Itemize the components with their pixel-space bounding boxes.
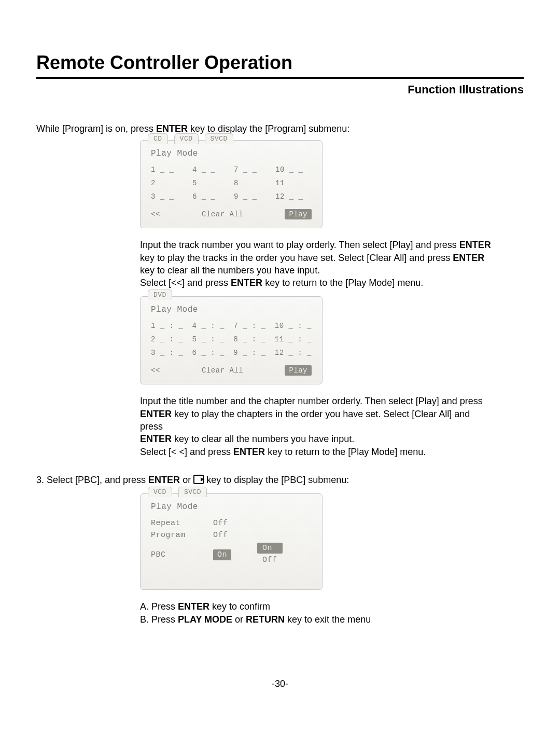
- text: Input the track number you want to play …: [140, 240, 459, 250]
- slot[interactable]: 5 _ _: [192, 179, 229, 187]
- text: A. Press: [140, 601, 178, 612]
- option-off[interactable]: Off: [257, 555, 283, 566]
- slot[interactable]: 8 _ _: [234, 179, 270, 187]
- title-rule: [36, 77, 524, 79]
- enter-key: ENTER: [148, 475, 180, 485]
- tab-dvd[interactable]: DVD: [148, 289, 172, 300]
- row-label: Program: [151, 531, 198, 540]
- tab-cd[interactable]: CD: [148, 133, 168, 144]
- slot[interactable]: 4 _ _: [192, 165, 229, 174]
- row-label: Repeat: [151, 519, 198, 528]
- text: 3. Select [PBC], and press: [36, 475, 148, 485]
- screen-title: Play Mode: [151, 305, 312, 314]
- tail-steps: A. Press ENTER key to confirm B. Press P…: [140, 600, 493, 626]
- slot[interactable]: 2 _ : _: [151, 335, 187, 343]
- text: key to confirm: [209, 601, 270, 612]
- enter-key: ENTER: [140, 434, 172, 444]
- slot[interactable]: 5 _ : _: [192, 335, 229, 343]
- slot[interactable]: 11 _ _: [275, 179, 312, 187]
- row-value[interactable]: Off: [213, 531, 228, 540]
- clear-all-button[interactable]: Clear All: [202, 366, 243, 375]
- slot[interactable]: 1 _ : _: [151, 322, 187, 330]
- row-label: PBC: [151, 550, 198, 559]
- slot[interactable]: 2 _ _: [151, 179, 187, 187]
- slot[interactable]: 1 _ _: [151, 165, 187, 174]
- text: key to return to the [Play Mode] menu.: [265, 447, 426, 457]
- enter-key: ENTER: [178, 601, 209, 612]
- text: key to exit the menu: [285, 614, 371, 625]
- tab-vcd[interactable]: VCD: [148, 487, 172, 497]
- enter-key: ENTER: [140, 409, 172, 419]
- intro-text: While [Program] is on, press ENTER key t…: [36, 122, 524, 135]
- slot[interactable]: 8 _ : _: [233, 335, 270, 343]
- program-submenu-cd: CD VCD SVCD Play Mode 1 _ _ 4 _ _ 7 _ _ …: [140, 140, 323, 228]
- enter-key: ENTER: [156, 123, 188, 134]
- step-3: 3. Select [PBC], and press ENTER or key …: [36, 474, 524, 486]
- slot[interactable]: 7 _ : _: [233, 322, 270, 330]
- tab-svcd[interactable]: SVCD: [178, 487, 207, 497]
- screen-title: Play Mode: [151, 149, 312, 158]
- play-mode-key: PLAY MODE: [178, 614, 232, 625]
- pbc-submenu: VCD SVCD Play Mode RepeatOff ProgramOff …: [140, 493, 323, 590]
- section-subtitle: Function Illustrations: [36, 83, 524, 96]
- slot[interactable]: 3 _ _: [151, 192, 187, 201]
- play-button[interactable]: Play: [285, 209, 312, 219]
- slot[interactable]: 12 _ _: [275, 192, 312, 201]
- program-submenu-dvd: DVD Play Mode 1 _ : _ 4 _ : _ 7 _ : _ 10…: [140, 296, 323, 384]
- text: Input the title number and the chapter n…: [140, 396, 483, 406]
- page-number: -30-: [0, 679, 560, 689]
- clear-all-button[interactable]: Clear All: [202, 210, 243, 218]
- slot[interactable]: 9 _ : _: [233, 349, 270, 357]
- slot[interactable]: 6 _ _: [192, 192, 229, 201]
- slot[interactable]: 11 _ : _: [275, 335, 312, 343]
- return-key: RETURN: [246, 614, 285, 625]
- play-button[interactable]: Play: [285, 365, 312, 376]
- slot[interactable]: 10 _ : _: [275, 322, 312, 330]
- text: key to play the chapters in the order yo…: [140, 409, 470, 432]
- tab-vcd[interactable]: VCD: [174, 133, 199, 144]
- screen-title: Play Mode: [151, 502, 312, 512]
- row-value[interactable]: Off: [213, 519, 228, 528]
- text: key to display the [PBC] submenu:: [204, 475, 349, 485]
- slot[interactable]: 12 _ : _: [275, 349, 312, 357]
- right-arrow-icon: [193, 475, 204, 484]
- back-button[interactable]: <<: [151, 366, 160, 375]
- slot[interactable]: 10 _ _: [275, 165, 312, 174]
- row-value-selected[interactable]: On: [213, 549, 231, 560]
- text: key to play the tracks in the order you …: [140, 253, 453, 263]
- text: Select [<<] and press: [140, 278, 231, 288]
- text: Select [< <] and press: [140, 447, 233, 457]
- back-button[interactable]: <<: [151, 210, 160, 218]
- enter-key: ENTER: [231, 278, 262, 288]
- text: B. Press: [140, 614, 178, 625]
- text: key to clear all the numbers you have in…: [172, 434, 354, 444]
- instruction-para-2: Input the title number and the chapter n…: [140, 395, 493, 458]
- pbc-dropdown: On Off: [257, 543, 283, 567]
- option-on[interactable]: On: [257, 543, 283, 554]
- instruction-para-1: Input the track number you want to play …: [140, 239, 493, 289]
- enter-key: ENTER: [233, 447, 265, 457]
- text: key to return to the [Play Mode] menu.: [262, 278, 423, 288]
- slot[interactable]: 7 _ _: [234, 165, 270, 174]
- slot[interactable]: 4 _ : _: [192, 322, 229, 330]
- text: or: [232, 614, 246, 625]
- slot[interactable]: 3 _ : _: [151, 349, 187, 357]
- text: While [Program] is on, press: [36, 123, 156, 134]
- enter-key: ENTER: [459, 240, 491, 250]
- slot[interactable]: 6 _ : _: [192, 349, 229, 357]
- text: or: [180, 475, 193, 485]
- page-title: Remote Controller Operation: [36, 52, 524, 74]
- enter-key: ENTER: [453, 253, 484, 263]
- slot[interactable]: 9 _ _: [234, 192, 270, 201]
- tab-svcd[interactable]: SVCD: [205, 133, 233, 144]
- text: key to display the [Program] submenu:: [188, 123, 349, 134]
- text: key to clear all the numbers you have in…: [140, 265, 320, 275]
